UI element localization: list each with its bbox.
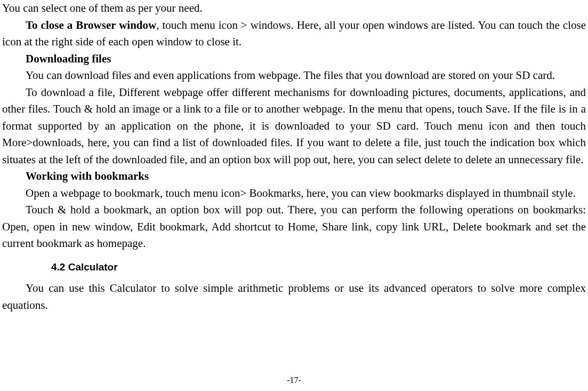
paragraph-download-details: To download a file, Different webpage of… xyxy=(2,84,586,169)
document-content: You can select one of them as per your n… xyxy=(2,0,586,314)
paragraph-calculator: You can use this Calculator to solve sim… xyxy=(2,280,586,314)
paragraph-close-window: To close a Browser window, touch menu ic… xyxy=(2,17,586,51)
paragraph-download-intro: You can download files and even applicat… xyxy=(2,67,586,84)
paragraph-bookmarks-open: Open a webpage to bookmark, touch menu i… xyxy=(2,185,586,202)
heading-downloading-files: Downloading files xyxy=(2,51,586,68)
paragraph-select: You can select one of them as per your n… xyxy=(2,0,586,17)
bold-close-browser: To close a Browser window xyxy=(26,19,156,31)
heading-bookmarks: Working with bookmarks xyxy=(2,168,586,185)
section-heading-calculator: 4.2 Calculator xyxy=(2,260,586,275)
paragraph-bookmarks-ops: Touch & hold a bookmark, an option box w… xyxy=(2,202,586,252)
page-number: -17- xyxy=(0,374,588,387)
